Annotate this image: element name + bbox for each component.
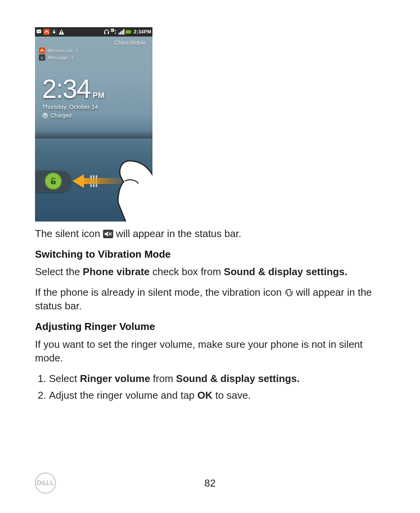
download-status-icon <box>51 29 57 35</box>
statusbar-time: 2:34PM <box>134 29 151 35</box>
svg-rect-5 <box>44 29 50 35</box>
silent-icon <box>103 228 113 237</box>
heading-vibration-mode: Switching to Vibration Mode <box>35 248 385 261</box>
finger-illustration <box>108 156 152 222</box>
ringer-steps: Select Ringer volume from Sound & displa… <box>35 372 385 402</box>
svg-rect-18 <box>126 30 131 34</box>
text: to save. <box>215 389 251 401</box>
dell-logo: DELL <box>35 473 56 494</box>
warning-icon <box>58 29 65 35</box>
message-row: Message: 1 <box>39 54 152 61</box>
svg-text:E: E <box>111 29 113 32</box>
unlock-icon <box>45 173 62 190</box>
svg-rect-8 <box>61 31 62 33</box>
text: Adjust the ringer volume and tap <box>49 389 198 401</box>
silent-icon-paragraph: The silent icon will appear in the statu… <box>35 227 385 241</box>
svg-rect-25 <box>46 113 46 114</box>
clock-date: Thursday, October 14 <box>42 103 152 110</box>
svg-marker-1 <box>38 33 39 34</box>
ringer-intro-paragraph: If you want to set the ringer volume, ma… <box>35 338 385 365</box>
unlock-tab[interactable] <box>35 170 72 192</box>
headphones-icon <box>103 29 110 35</box>
plug-icon <box>42 112 48 119</box>
text: If the phone is already in silent mode, … <box>35 286 285 298</box>
missed-call-text: Missed call: 2 <box>47 48 78 54</box>
text-bold: Sound & display settings. <box>176 373 300 384</box>
svg-rect-14 <box>119 33 120 35</box>
page-number: 82 <box>205 477 216 489</box>
step-1: Select Ringer volume from Sound & displa… <box>49 372 385 386</box>
charged-text: Charged. <box>51 112 73 119</box>
signal-icon <box>118 29 124 35</box>
svg-point-4 <box>40 31 40 32</box>
battery-icon <box>126 29 132 35</box>
vibration-icon-paragraph: If the phone is already in silent mode, … <box>35 286 385 313</box>
text: Select the <box>35 266 83 277</box>
text: from <box>153 373 176 384</box>
svg-rect-23 <box>44 114 46 116</box>
svg-marker-30 <box>72 174 84 188</box>
vibrate-checkbox-paragraph: Select the Phone vibrate check box from … <box>35 265 385 279</box>
step-2: Adjust the ringer volume and tap OK to s… <box>49 389 385 402</box>
svg-rect-11 <box>108 32 109 34</box>
speech-bubble-icon <box>36 29 42 35</box>
missed-call-icon <box>39 47 45 54</box>
status-bar: E 2:34PM <box>35 27 152 37</box>
svg-rect-17 <box>123 29 124 35</box>
clock-ampm: PM <box>93 91 104 100</box>
text-bold: OK <box>198 389 213 401</box>
svg-rect-9 <box>61 33 62 34</box>
missed-call-row: Missed call: 2 <box>39 47 152 54</box>
svg-rect-16 <box>122 30 123 35</box>
svg-point-20 <box>41 57 42 58</box>
svg-point-2 <box>37 31 38 32</box>
text: The silent icon <box>35 228 103 239</box>
message-text: Message: 1 <box>47 55 74 61</box>
lockscreen-clock: 2:34 PM Thursday, October 14 Charged. <box>35 61 152 119</box>
page-footer: DELL 82 <box>35 473 385 494</box>
text: check box from <box>152 266 224 277</box>
svg-rect-24 <box>45 113 45 114</box>
svg-rect-28 <box>53 182 53 183</box>
svg-rect-36 <box>286 289 291 296</box>
text-bold: Sound & display settings. <box>224 266 348 277</box>
document-body: The silent icon will appear in the statu… <box>35 227 385 402</box>
phone-lockscreen: E 2:34PM China Mobile Missed call: 2 <box>35 27 152 222</box>
svg-point-3 <box>38 31 39 32</box>
text: will appear in the status bar. <box>116 228 241 239</box>
vibration-icon <box>285 287 293 295</box>
text-bold: Phone vibrate <box>83 266 150 277</box>
text-bold: Ringer volume <box>80 373 150 384</box>
svg-rect-19 <box>131 31 131 33</box>
data-edge-icon: E <box>111 29 117 35</box>
lockscreen-notifications: Missed call: 2 Message: 1 <box>35 47 152 61</box>
clock-time: 2:34 <box>42 75 90 102</box>
message-icon <box>39 54 45 61</box>
svg-rect-15 <box>120 31 121 35</box>
horizon-decoration <box>35 131 152 138</box>
svg-point-21 <box>42 57 43 58</box>
text: Select <box>49 373 80 384</box>
carrier-label: China Mobile <box>35 37 152 47</box>
missed-call-status-icon <box>44 29 50 35</box>
heading-ringer-volume: Adjusting Ringer Volume <box>35 320 385 333</box>
svg-rect-10 <box>104 32 105 34</box>
